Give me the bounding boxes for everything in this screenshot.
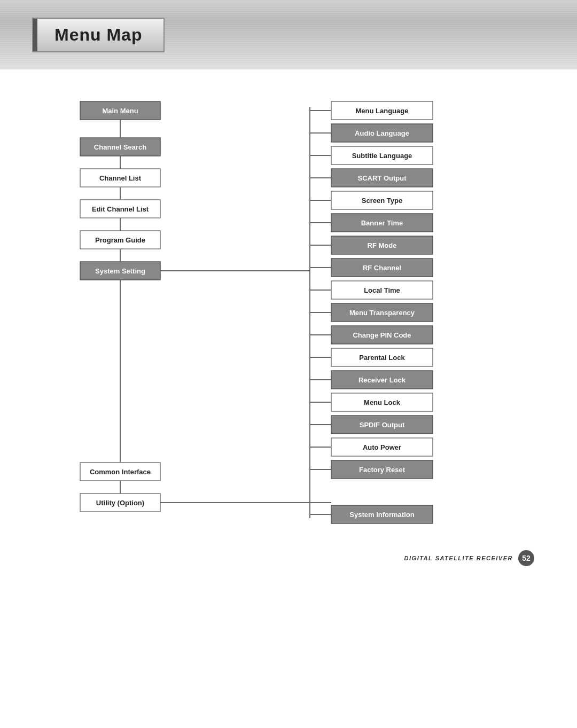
svg-text:Factory Reset: Factory Reset	[359, 466, 406, 474]
svg-text:System Information: System Information	[349, 511, 414, 519]
header-banner: Menu Map	[0, 0, 577, 69]
svg-text:Subtitle Language: Subtitle Language	[352, 152, 412, 160]
svg-text:Screen Type: Screen Type	[362, 197, 402, 205]
page-number: 52	[518, 550, 534, 566]
menu-map-diagram: Main Menu Channel Search Channel List Ed…	[48, 96, 529, 534]
svg-text:Auto Power: Auto Power	[363, 443, 401, 451]
svg-text:Menu Language: Menu Language	[356, 107, 409, 115]
svg-text:Program Guide: Program Guide	[95, 236, 145, 244]
svg-text:Parental Lock: Parental Lock	[359, 354, 405, 362]
svg-text:RF Mode: RF Mode	[368, 241, 397, 249]
svg-text:Utility (Option): Utility (Option)	[96, 499, 144, 507]
svg-text:Menu Lock: Menu Lock	[364, 398, 401, 406]
svg-text:Change PIN Code: Change PIN Code	[353, 331, 411, 339]
svg-text:Banner Time: Banner Time	[361, 219, 403, 227]
svg-text:SPDIF Output: SPDIF Output	[360, 421, 405, 429]
svg-text:Audio Language: Audio Language	[355, 129, 409, 137]
svg-text:Receiver Lock: Receiver Lock	[358, 376, 406, 384]
svg-text:Local Time: Local Time	[364, 286, 400, 294]
svg-text:Edit Channel List: Edit Channel List	[92, 205, 149, 213]
svg-text:Channel List: Channel List	[99, 174, 142, 182]
svg-text:Common Interface: Common Interface	[90, 468, 151, 476]
page-title: Menu Map	[54, 25, 142, 44]
svg-text:SCART Output: SCART Output	[358, 174, 407, 182]
svg-text:Main Menu: Main Menu	[102, 107, 138, 115]
svg-text:Menu Transparency: Menu Transparency	[349, 309, 415, 317]
svg-text:System Setting: System Setting	[95, 267, 145, 275]
footer-device-label: DIGITAL SATELLITE RECEIVER	[404, 555, 513, 561]
title-box: Menu Map	[32, 18, 165, 52]
svg-text:RF Channel: RF Channel	[363, 264, 401, 272]
svg-text:Channel Search: Channel Search	[94, 143, 146, 151]
footer: DIGITAL SATELLITE RECEIVER 52	[404, 550, 534, 566]
